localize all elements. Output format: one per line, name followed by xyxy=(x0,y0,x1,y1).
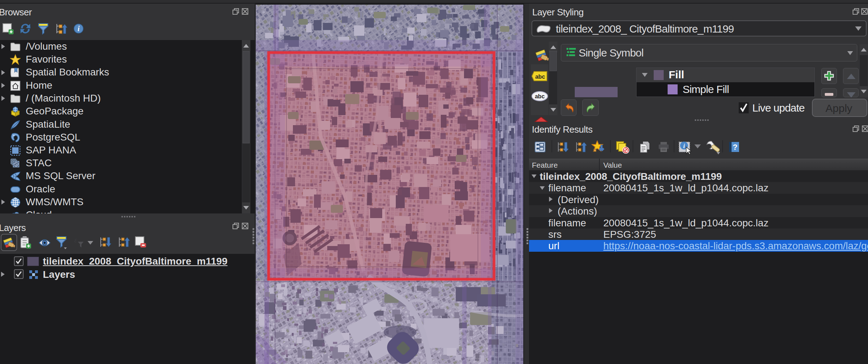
svg-text:i: i xyxy=(683,143,685,149)
svg-text:ε: ε xyxy=(74,237,77,244)
svg-text:abc: abc xyxy=(535,74,545,80)
svg-text:abc: abc xyxy=(535,93,545,99)
svg-text:i: i xyxy=(78,25,80,33)
svg-text:?: ? xyxy=(733,143,737,152)
